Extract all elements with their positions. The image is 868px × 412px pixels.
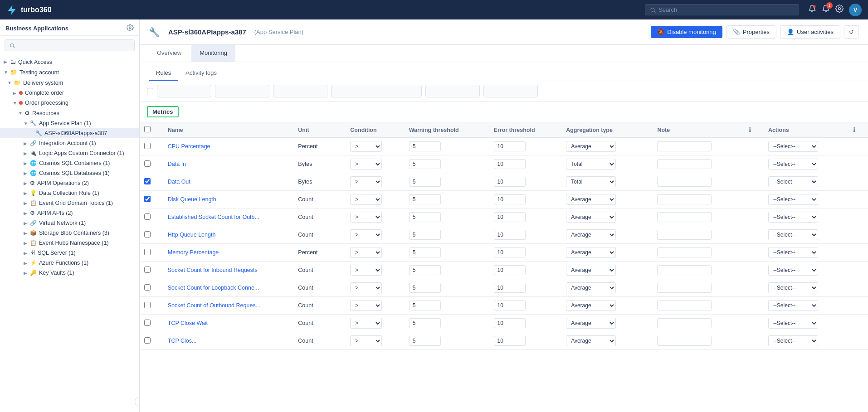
actions-select-socket-loopback[interactable]: --Select--EmailSMSWebhook: [768, 282, 818, 293]
condition-select-http-queue-length[interactable]: ><>=<==: [350, 229, 382, 240]
actions-select-established-socket[interactable]: --Select--EmailSMSWebhook: [768, 212, 818, 223]
note-input-established-socket[interactable]: [657, 212, 712, 222]
metric-name-established-socket[interactable]: Established Socket Count for Outb...: [168, 214, 259, 220]
sidebar-search-input[interactable]: [18, 42, 130, 48]
aggregation-select-disk-queue-length[interactable]: AverageTotalMinimumMaximumCount: [566, 194, 616, 205]
metric-name-data-in[interactable]: Data In: [168, 161, 186, 167]
sub-tab-rules[interactable]: Rules: [149, 66, 178, 81]
aggregation-select-data-in[interactable]: AverageTotalMinimumMaximumCount: [566, 159, 616, 170]
note-input-disk-queue-length[interactable]: [657, 194, 712, 204]
aggregation-select-data-out[interactable]: AverageTotalMinimumMaximumCount: [566, 176, 616, 187]
row-checkbox-socket-outbound[interactable]: [144, 302, 151, 308]
metric-name-tcp-close-wait[interactable]: TCP Close Wait: [168, 320, 208, 326]
row-checkbox-tcp-close[interactable]: [144, 337, 151, 344]
error-threshold-socket-inbound[interactable]: [494, 265, 526, 275]
sidebar-item-apim-apis[interactable]: ▶ ⚙ APIM APIs (2): [0, 208, 139, 218]
sidebar-item-delivery-system[interactable]: ▼ 📁 Delivery system: [0, 78, 139, 88]
settings-icon[interactable]: [835, 5, 844, 15]
actions-select-socket-outbound[interactable]: --Select--EmailSMSWebhook: [768, 300, 818, 311]
warning-threshold-tcp-close-wait[interactable]: [409, 318, 441, 328]
row-checkbox-cpu-percentage[interactable]: [144, 143, 151, 149]
condition-select-data-in[interactable]: ><>=<==: [350, 159, 382, 170]
sidebar-search[interactable]: [5, 39, 135, 51]
actions-select-disk-queue-length[interactable]: --Select--EmailSMSWebhook: [768, 194, 818, 205]
sidebar-item-data-collection-rule[interactable]: ▶ 💡 Data Collection Rule (1): [0, 188, 139, 198]
row-checkbox-http-queue-length[interactable]: [144, 231, 151, 238]
more-options-button[interactable]: ↺: [844, 25, 859, 39]
error-threshold-disk-queue-length[interactable]: [494, 194, 526, 204]
sub-tab-activity-logs[interactable]: Activity logs: [178, 66, 224, 81]
note-input-data-out[interactable]: [657, 177, 712, 187]
metric-name-socket-inbound[interactable]: Socket Count for Inbound Requests: [168, 267, 258, 273]
note-input-memory-percentage[interactable]: [657, 247, 712, 257]
note-input-cpu-percentage[interactable]: [657, 141, 712, 151]
warning-threshold-data-in[interactable]: [409, 159, 441, 169]
aggregation-select-socket-loopback[interactable]: AverageTotalMinimumMaximumCount: [566, 282, 616, 293]
note-input-http-queue-length[interactable]: [657, 230, 712, 240]
search-input[interactable]: [658, 6, 794, 13]
warning-threshold-data-out[interactable]: [409, 177, 441, 187]
error-threshold-data-in[interactable]: [494, 159, 526, 169]
actions-select-socket-inbound[interactable]: --Select--EmailSMSWebhook: [768, 265, 818, 276]
above-row-checkbox[interactable]: [147, 88, 153, 94]
row-checkbox-socket-inbound[interactable]: [144, 267, 151, 273]
sidebar-item-asp-resource[interactable]: ▶ 🔧 ASP-sl360APIapps-a387: [0, 128, 139, 138]
actions-select-data-out[interactable]: --Select--EmailSMSWebhook: [768, 176, 818, 187]
note-input-tcp-close[interactable]: [657, 336, 712, 346]
metric-name-socket-loopback[interactable]: Socket Count for Loopback Conne...: [168, 285, 259, 291]
condition-select-memory-percentage[interactable]: ><>=<==: [350, 247, 382, 258]
disable-monitoring-button[interactable]: 🔕 Disable monitoring: [651, 26, 722, 38]
user-activities-button[interactable]: 👤 User activities: [780, 25, 840, 39]
row-checkbox-disk-queue-length[interactable]: [144, 196, 151, 202]
condition-select-cpu-percentage[interactable]: ><>=<==: [350, 141, 382, 152]
row-checkbox-data-out[interactable]: [144, 178, 151, 184]
row-checkbox-tcp-close-wait[interactable]: [144, 320, 151, 326]
error-threshold-tcp-close[interactable]: [494, 336, 526, 346]
error-threshold-socket-loopback[interactable]: [494, 283, 526, 293]
aggregation-select-memory-percentage[interactable]: AverageTotalMinimumMaximumCount: [566, 247, 616, 258]
error-threshold-memory-percentage[interactable]: [494, 247, 526, 257]
aggregation-select-socket-outbound[interactable]: AverageTotalMinimumMaximumCount: [566, 300, 616, 311]
note-input-socket-inbound[interactable]: [657, 265, 712, 275]
error-threshold-socket-outbound[interactable]: [494, 301, 526, 310]
sidebar-item-key-vaults[interactable]: ▶ 🔑 Key Vaults (1): [0, 268, 139, 278]
actions-select-data-in[interactable]: --Select--EmailSMSWebhook: [768, 159, 818, 170]
condition-select-data-out[interactable]: ><>=<==: [350, 176, 382, 187]
metric-name-socket-outbound[interactable]: Socket Count of Outbound Reques...: [168, 302, 260, 309]
sidebar-item-quick-access[interactable]: ▶ 🗂 Quick Access: [0, 57, 139, 67]
sidebar-item-logic-apps-connector[interactable]: ▶ 🔌 Logic Apps Custom Connector (1): [0, 148, 139, 158]
actions-select-tcp-close-wait[interactable]: --Select--EmailSMSWebhook: [768, 318, 818, 329]
aggregation-select-established-socket[interactable]: AverageTotalMinimumMaximumCount: [566, 212, 616, 223]
warning-threshold-socket-outbound[interactable]: [409, 301, 441, 310]
note-input-data-in[interactable]: [657, 159, 712, 169]
sidebar-item-complete-order[interactable]: ▶ Complete order: [0, 88, 139, 98]
aggregation-select-socket-inbound[interactable]: AverageTotalMinimumMaximumCount: [566, 265, 616, 276]
sidebar-item-event-grid-topics[interactable]: ▶ 📋 Event Grid Domain Topics (1): [0, 198, 139, 208]
row-checkbox-socket-loopback[interactable]: [144, 284, 151, 291]
note-input-socket-loopback[interactable]: [657, 283, 712, 293]
warning-threshold-memory-percentage[interactable]: [409, 247, 441, 257]
actions-info-icon[interactable]: ℹ: [853, 126, 855, 133]
sidebar-item-app-service-plan[interactable]: ▼ 🔧 App Service Plan (1): [0, 118, 139, 128]
condition-select-socket-loopback[interactable]: ><>=<==: [350, 282, 382, 293]
sidebar-item-virtual-network[interactable]: ▶ 🔗 Virtual Network (1): [0, 218, 139, 228]
row-checkbox-data-in[interactable]: [144, 160, 151, 167]
warning-threshold-tcp-close[interactable]: [409, 336, 441, 346]
warning-threshold-disk-queue-length[interactable]: [409, 194, 441, 204]
sidebar-item-azure-functions[interactable]: ▶ ⚡ Azure Functions (1): [0, 258, 139, 268]
row-checkbox-memory-percentage[interactable]: [144, 249, 151, 255]
condition-select-tcp-close[interactable]: ><>=<==: [350, 335, 382, 346]
user-avatar[interactable]: V: [849, 4, 862, 16]
global-search[interactable]: [645, 4, 799, 15]
metric-name-tcp-close[interactable]: TCP Clos...: [168, 338, 197, 344]
warning-threshold-established-socket[interactable]: [409, 212, 441, 222]
error-threshold-cpu-percentage[interactable]: [494, 141, 526, 151]
metric-name-cpu-percentage[interactable]: CPU Percentage: [168, 143, 210, 150]
app-logo[interactable]: turbo360: [6, 5, 52, 15]
error-threshold-data-out[interactable]: [494, 177, 526, 187]
sidebar-item-cosmos-containers[interactable]: ▶ 🌐 Cosmos SQL Containers (1): [0, 158, 139, 168]
aggregation-select-cpu-percentage[interactable]: AverageTotalMinimumMaximumCount: [566, 141, 616, 152]
actions-select-cpu-percentage[interactable]: --Select--EmailSMSWebhook: [768, 141, 818, 152]
sidebar-item-order-processing[interactable]: ▼ Order processing: [0, 98, 139, 108]
error-threshold-http-queue-length[interactable]: [494, 230, 526, 240]
